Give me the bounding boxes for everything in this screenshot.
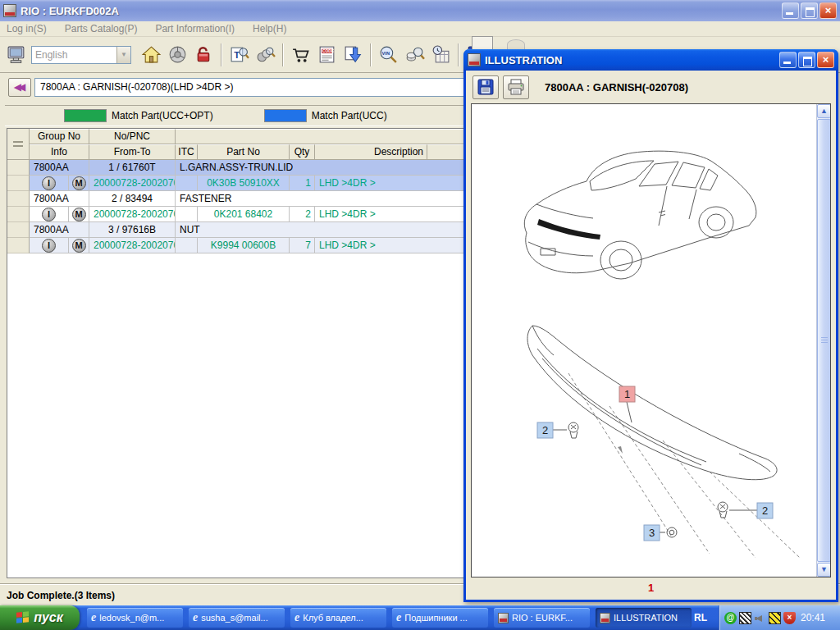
svg-text:CODE: CODE [322, 49, 334, 53]
taskbar-task-rio[interactable]: RIO : EURKF... [494, 608, 590, 628]
ie-icon: e [193, 611, 198, 624]
icq-icon[interactable]: @ [724, 612, 737, 624]
steering-wheel-icon[interactable] [166, 43, 189, 66]
scrollbar-thumb[interactable] [817, 119, 831, 562]
col-header-info[interactable]: Info [30, 144, 89, 160]
cell-qty: 2 [290, 207, 315, 222]
code-document-icon[interactable]: CODE [315, 43, 338, 66]
callout-3[interactable]: 3 [644, 525, 660, 541]
row-selector[interactable] [7, 222, 30, 238]
maximize-button[interactable] [798, 52, 815, 68]
ie-icon: e [294, 611, 299, 624]
row-selector[interactable] [7, 207, 30, 222]
col-header-itc[interactable]: ITC [176, 144, 198, 160]
cart-icon[interactable] [289, 43, 312, 66]
menu-parts-catalog[interactable]: Parts Catalog(P) [65, 23, 138, 34]
menu-part-information[interactable]: Part Information(I) [155, 23, 235, 34]
ie-icon: e [91, 611, 96, 624]
row-selector[interactable] [7, 191, 30, 207]
info-m-button[interactable]: M [72, 176, 86, 190]
info-i-button[interactable]: I [42, 208, 56, 221]
svg-text:2: 2 [762, 504, 768, 517]
home-icon[interactable] [139, 43, 162, 66]
ie-icon: e [396, 611, 401, 624]
callout-2-left[interactable]: 2 [537, 422, 553, 438]
language-select[interactable]: English ▼ [31, 46, 131, 64]
print-button[interactable] [503, 75, 529, 99]
combo-arrow-icon[interactable]: ▼ [116, 47, 130, 63]
info-m-button[interactable]: M [72, 239, 86, 253]
language-indicator[interactable]: RL [694, 608, 707, 628]
app-icon [498, 613, 509, 623]
legend-label-ucc-opt: Match Part(UCC+OPT) [112, 110, 213, 121]
illustration-toolbar: 7800AA : GARNISH(-020708) [466, 71, 836, 103]
taskbar-task-illustration[interactable]: ILLUSTRATION [596, 608, 692, 628]
svg-text:3: 3 [649, 527, 655, 539]
schedule-icon[interactable] [429, 43, 452, 66]
cell-itc [176, 238, 198, 253]
col-header-group-no[interactable]: Group No [30, 129, 89, 144]
vertical-scrollbar[interactable]: ▲ ▼ [816, 104, 830, 577]
close-button[interactable]: × [817, 52, 834, 68]
keyboard-switcher-icon[interactable] [769, 612, 781, 624]
main-window-title: RIO : EURKFD002A [21, 5, 119, 17]
minimize-button[interactable] [779, 52, 797, 68]
parts-search-icon[interactable] [253, 43, 276, 66]
volume-icon[interactable] [754, 612, 766, 624]
text-search-icon[interactable]: T [227, 43, 250, 66]
start-button[interactable]: пуск [0, 605, 80, 630]
partial-toolbar-icon [507, 39, 525, 49]
cell-no-pnc: 2 / 83494 [89, 191, 176, 207]
close-button[interactable]: × [819, 2, 837, 19]
col-header-part-no[interactable]: Part No [198, 144, 290, 160]
callout-2-right[interactable]: 2 [757, 503, 773, 518]
row-selector[interactable] [7, 238, 30, 253]
info-i-button[interactable]: I [42, 239, 56, 253]
scroll-down-button[interactable]: ▼ [817, 563, 831, 577]
restore-button[interactable] [801, 2, 818, 19]
status-text: Job Complete.(3 Items) [7, 590, 115, 601]
back-button[interactable]: ◀◀ [8, 78, 31, 97]
info-m-button[interactable]: M [72, 208, 86, 221]
antivirus-shield-icon[interactable]: × [783, 612, 796, 624]
taskbar-task-2[interactable]: e susha_s@mail... [189, 608, 285, 628]
app-icon [3, 4, 16, 17]
cell-qty: 1 [290, 176, 315, 191]
info-i-button[interactable]: I [42, 176, 56, 190]
taskbar-task-4[interactable]: e Подшипники ... [392, 608, 488, 628]
menu-help[interactable]: Help(H) [253, 23, 286, 34]
garnish-diagram: 1 2 2 3 [495, 316, 819, 562]
svg-text:2: 2 [542, 424, 548, 436]
lock-icon[interactable] [192, 43, 215, 66]
col-header-description[interactable]: Description [315, 144, 427, 160]
svg-text:1: 1 [624, 388, 630, 400]
col-header-no-pnc[interactable]: No/PNC [89, 129, 176, 144]
illustration-canvas[interactable]: 1 2 2 3 ▲ ▼ [471, 103, 831, 578]
app-icon [468, 53, 481, 66]
illustration-window: ILLUSTRATION × 7800AA : GARNISH(-020708) [463, 49, 838, 602]
windows-logo-icon [16, 611, 30, 624]
export-save-icon[interactable] [341, 43, 364, 66]
row-selector[interactable] [7, 160, 30, 176]
taskbar-task-3[interactable]: e Клуб владел... [290, 608, 386, 628]
workstation-icon[interactable] [5, 43, 28, 66]
minimize-button[interactable] [782, 2, 799, 19]
main-titlebar[interactable]: RIO : EURKFD002A × [0, 0, 840, 21]
legend-swatch-ucc-opt [64, 109, 107, 122]
row-selector-header[interactable] [7, 129, 30, 160]
save-button[interactable] [472, 75, 499, 99]
callout-1[interactable]: 1 [619, 386, 635, 402]
col-header-from-to[interactable]: From-To [89, 144, 176, 160]
menu-login[interactable]: Log in(S) [7, 23, 47, 34]
scrollbar-grip-icon [821, 337, 828, 344]
taskbar-task-1[interactable]: e ledovsk_n@m... [87, 608, 183, 628]
toolbar-separator [370, 43, 372, 66]
scom-icon[interactable] [739, 612, 751, 624]
illustration-titlebar[interactable]: ILLUSTRATION × [463, 49, 838, 71]
coins-search-icon[interactable] [403, 43, 426, 66]
row-selector[interactable] [7, 176, 30, 191]
page-number: 1 [471, 578, 831, 596]
vin-search-icon[interactable]: VIN [377, 43, 399, 66]
scroll-up-button[interactable]: ▲ [817, 104, 831, 118]
col-header-qty[interactable]: Qty [290, 144, 315, 160]
